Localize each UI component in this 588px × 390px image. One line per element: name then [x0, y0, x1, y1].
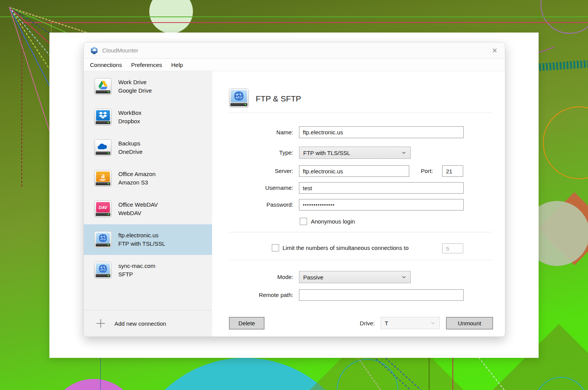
divider-lower: [229, 260, 492, 260]
password-label: Password:: [212, 199, 293, 211]
anonymous-login-label: Anonymous login: [311, 218, 355, 225]
decor-teal-dash-strip: [532, 60, 588, 72]
webdav-icon: DAV: [94, 201, 112, 217]
decor-teal-circle: [128, 358, 362, 390]
connection-title: Work Drive: [118, 78, 152, 87]
decor-teal-circle-outline-b: [337, 359, 398, 390]
username-label: Username:: [212, 182, 293, 194]
sidebar-item-webdav[interactable]: DAV Office WebDAV WebDAV: [84, 194, 212, 224]
mode-label: Mode:: [212, 271, 293, 283]
ftp-globe-icon: [94, 231, 112, 248]
add-new-connection-label: Add new connection: [114, 320, 166, 327]
cloudmounter-app-icon: [90, 46, 98, 55]
decor-orchid-circle: [49, 379, 139, 390]
drive-label: Drive:: [336, 317, 375, 330]
chevron-down-icon: [402, 276, 406, 278]
divider-header: [229, 113, 492, 113]
connection-subtitle: Amazon S3: [118, 178, 155, 187]
mode-select[interactable]: Passive: [299, 271, 411, 283]
menu-connections[interactable]: Connections: [85, 62, 126, 68]
plus-icon: [95, 318, 106, 329]
decor-green-hline: [0, 16, 588, 17]
onedrive-icon: [94, 139, 112, 156]
title-bar[interactable]: CloudMounter ×: [84, 42, 505, 59]
connection-title: Office WebDAV: [118, 201, 158, 209]
chevron-down-icon: [431, 322, 435, 324]
sidebar-item-onedrive[interactable]: Backups OneDrive: [84, 132, 212, 163]
unmount-button[interactable]: Unmount: [446, 317, 493, 330]
drive-select-value: T: [385, 320, 388, 326]
drive-select[interactable]: T: [381, 317, 440, 329]
google-drive-icon: [94, 78, 112, 95]
decor-olive-vline: [429, 358, 430, 390]
connection-subtitle: SFTP: [118, 270, 155, 279]
menu-bar: Connections Preferences Help: [84, 59, 505, 71]
divider-middle: [229, 232, 492, 232]
name-label: Name:: [212, 126, 293, 138]
sidebar-item-amazon-s3[interactable]: a Office Amazon Amazon S3: [84, 163, 212, 194]
connection-title: ftp.electronic.us: [118, 231, 165, 240]
connections-sidebar: Work Drive Google Drive: [84, 71, 212, 336]
username-input[interactable]: [299, 182, 464, 194]
chevron-down-icon: [402, 152, 406, 154]
decor-purple-circle-outline: [541, 0, 588, 34]
decor-terracotta-diamond: [538, 192, 588, 265]
mode-select-value: Passive: [303, 274, 323, 281]
connection-subtitle: FTP with TSL/SSL: [118, 240, 165, 248]
port-label: Port:: [395, 165, 433, 177]
decor-navy-dash-a: [373, 356, 439, 390]
window-title: CloudMounter: [102, 47, 138, 54]
delete-button[interactable]: Delete: [229, 317, 265, 330]
add-new-connection-button[interactable]: Add new connection: [84, 310, 212, 336]
decor-orange-circle-outline: [543, 106, 588, 179]
remote-path-input[interactable]: [299, 289, 464, 301]
decor-pale-circle: [149, 0, 193, 33]
port-input[interactable]: [442, 165, 463, 177]
decor-teal-circle-outline-a: [534, 377, 588, 390]
connection-subtitle: WebDAV: [118, 209, 158, 218]
menu-preferences[interactable]: Preferences: [126, 62, 167, 68]
type-label: Type:: [212, 147, 293, 159]
connection-subtitle: Dropbox: [118, 117, 142, 126]
decor-navy-vline: [100, 358, 101, 390]
connection-subtitle: OneDrive: [118, 148, 142, 157]
remote-path-label: Remote path:: [212, 289, 293, 301]
decor-red-hline: [21, 22, 588, 23]
page-title: FTP & SFTP: [256, 94, 301, 103]
connection-title: sync-mac.com: [118, 262, 155, 271]
amazon-s3-icon: a: [94, 170, 112, 187]
decor-gray-dash: [355, 354, 394, 390]
connection-subtitle: Google Drive: [118, 86, 152, 95]
ftp-sftp-header-icon: [229, 88, 249, 108]
sidebar-item-sync-mac-com[interactable]: sync-mac.com SFTP: [84, 255, 212, 286]
limit-connections-input[interactable]: [442, 243, 463, 253]
decor-navy-dash-b: [382, 355, 448, 390]
dropbox-icon: [94, 109, 112, 126]
decor-crimson-vline: [452, 358, 453, 390]
cloudmounter-window: CloudMounter × Connections Preferences H…: [83, 42, 505, 337]
server-label: Server:: [212, 165, 293, 177]
menu-help[interactable]: Help: [167, 62, 188, 68]
connection-detail-panel: FTP & SFTP Name: Type: FTP with TLS/SSL …: [212, 71, 505, 336]
sidebar-item-dropbox[interactable]: WorkBox Dropbox: [84, 102, 212, 132]
password-input[interactable]: [299, 199, 464, 211]
decor-pale-dash: [476, 354, 516, 390]
connection-title: Office Amazon: [118, 170, 155, 179]
limit-connections-label: Limit the numbers of simultaneous connec…: [283, 245, 408, 251]
limit-connections-checkbox[interactable]: [272, 244, 279, 251]
connection-title: WorkBox: [118, 109, 142, 117]
type-select[interactable]: FTP with TLS/SSL: [299, 147, 411, 159]
type-select-value: FTP with TLS/SSL: [303, 150, 350, 156]
connection-title: Backups: [118, 139, 142, 148]
anonymous-login-checkbox[interactable]: [300, 218, 307, 225]
name-input[interactable]: [299, 126, 464, 138]
close-icon[interactable]: ×: [492, 45, 497, 56]
sidebar-item-google-drive[interactable]: Work Drive Google Drive: [84, 71, 212, 102]
server-input[interactable]: [299, 165, 409, 177]
sidebar-item-ftp-electronic-us[interactable]: ftp.electronic.us FTP with TSL/SSL: [84, 224, 212, 255]
sftp-globe-icon: [94, 262, 112, 279]
decor-red-vline: [21, 22, 22, 187]
